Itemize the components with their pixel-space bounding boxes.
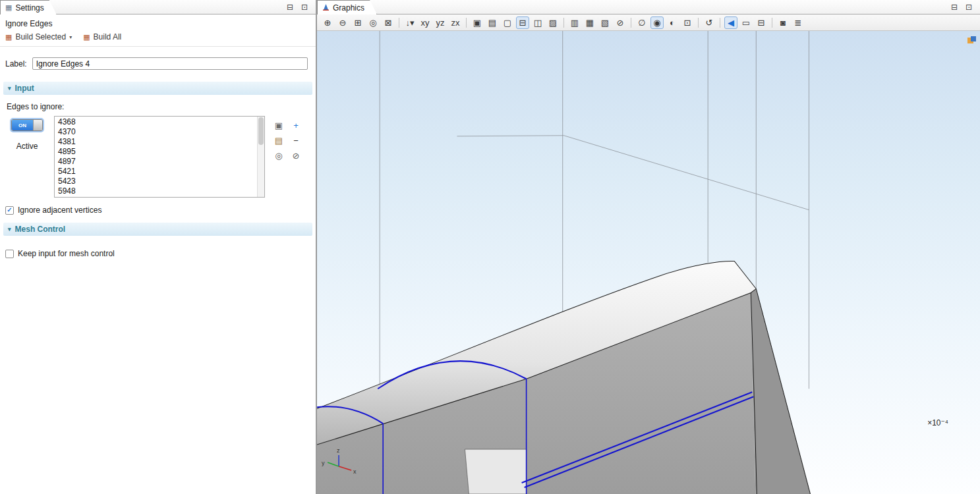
xy-view-icon[interactable]: xy bbox=[418, 16, 432, 29]
clipboard-icon[interactable]: ▥ bbox=[568, 16, 581, 29]
restore-icon[interactable]: ⊡ bbox=[966, 3, 972, 11]
yz-view-icon[interactable]: yz bbox=[434, 16, 447, 29]
zoom-out-icon[interactable]: ⊖ bbox=[336, 16, 349, 29]
3d-viewport[interactable]: z y x ×10⁻⁴ bbox=[317, 31, 980, 494]
graphics-panel: Graphics ⊟⊡ ⊕⊖⊞◎⊠↓▾xyyzzx▣▤▢⊟◫▨▥▦▧⊘∅◉◐⊡↺… bbox=[317, 0, 980, 494]
edge-item[interactable]: 4381 bbox=[55, 137, 257, 147]
input-section-title: Input bbox=[15, 84, 34, 93]
build-all-icon: ▦ bbox=[83, 34, 90, 41]
edges-list: 43684370438148954897542154235948 bbox=[55, 117, 257, 197]
hide-objects-icon[interactable]: ∅ bbox=[635, 16, 649, 29]
label-row: Label: bbox=[0, 47, 316, 76]
checkbox-unchecked-icon bbox=[5, 250, 14, 258]
transparency-icon[interactable]: ◐ bbox=[666, 16, 679, 29]
build-selected-button[interactable]: Build Selected bbox=[15, 32, 66, 41]
toolbar-separator bbox=[720, 18, 720, 28]
copy-icon[interactable]: ▣ bbox=[275, 121, 283, 130]
settings-tabstrip: ▦ Settings ⊟⊡ bbox=[0, 0, 316, 14]
axis-z-label: z bbox=[337, 447, 340, 454]
front-window-icon[interactable]: ▭ bbox=[739, 16, 753, 29]
edge-item[interactable]: 4897 bbox=[55, 157, 257, 167]
zoom-in-icon[interactable]: ⊕ bbox=[321, 16, 334, 29]
edge-item[interactable]: 4368 bbox=[55, 117, 257, 127]
model-notch-face[interactable] bbox=[465, 449, 526, 494]
keep-input-mesh-control-checkbox[interactable]: Keep input for mesh control bbox=[0, 241, 316, 261]
tab-settings[interactable]: ▦ Settings bbox=[0, 0, 57, 14]
reset-view-icon[interactable]: ↺ bbox=[703, 16, 716, 29]
edge-item[interactable]: 5423 bbox=[55, 177, 257, 186]
zoom-to-selection-icon[interactable]: ◎ bbox=[366, 16, 380, 29]
edge-item[interactable]: 4895 bbox=[55, 147, 257, 157]
model-end-face[interactable] bbox=[751, 288, 810, 494]
edges-input-body: ON Active 436843704381489548975421542359… bbox=[0, 116, 316, 198]
axis-y-label: y bbox=[322, 460, 325, 466]
toolbar-separator bbox=[563, 18, 564, 28]
toolbar-separator bbox=[466, 18, 467, 28]
split-horizontal-icon[interactable]: ⊟ bbox=[516, 16, 529, 29]
speaker-icon[interactable]: ◀ bbox=[724, 16, 737, 29]
toolbar-separator bbox=[772, 18, 772, 28]
edges-caption: Edges to ignore: bbox=[0, 100, 316, 116]
active-column: ON Active bbox=[5, 116, 49, 198]
listbox-scrollbar[interactable] bbox=[257, 117, 264, 197]
select-box-icon[interactable]: ▧ bbox=[598, 16, 612, 29]
mesh-control-section-title: Mesh Control bbox=[15, 225, 66, 234]
toggle-on-label: ON bbox=[12, 120, 33, 130]
edge-list-actions: ▣+▤−◎⊘ bbox=[270, 116, 304, 198]
input-section-header[interactable]: ▾ Input bbox=[3, 82, 312, 95]
toolbar-separator bbox=[698, 18, 699, 28]
single-window-icon[interactable]: ▢ bbox=[501, 16, 514, 29]
build-all-button[interactable]: Build All bbox=[94, 32, 122, 41]
back-window-icon[interactable]: ⊟ bbox=[755, 16, 768, 29]
scale-exponent-label: ×10⁻⁴ bbox=[927, 418, 948, 427]
axis-x-label: x bbox=[353, 468, 357, 475]
stack-windows-icon[interactable]: ▤ bbox=[486, 16, 499, 29]
build-selected-icon: ▦ bbox=[5, 34, 12, 41]
go-to-default-view-icon[interactable]: ↓▾ bbox=[403, 16, 417, 29]
collapse-icon: ▾ bbox=[8, 226, 11, 233]
zx-view-icon[interactable]: zx bbox=[449, 16, 462, 29]
settings-window-buttons: ⊟⊡ bbox=[279, 3, 316, 11]
remove-icon[interactable]: − bbox=[293, 136, 299, 145]
paste-icon[interactable]: ▤ bbox=[275, 136, 283, 145]
label-input[interactable] bbox=[32, 57, 308, 70]
graphics-window-buttons: ⊟⊡ bbox=[943, 3, 980, 11]
printer-icon[interactable]: ≣ bbox=[792, 16, 805, 29]
label-caption: Label: bbox=[5, 59, 27, 69]
edge-item[interactable]: 5421 bbox=[55, 167, 257, 177]
scrollbar-thumb[interactable] bbox=[258, 117, 264, 145]
add-icon[interactable]: + bbox=[293, 121, 299, 130]
zoom-box-icon[interactable]: ⊞ bbox=[351, 16, 364, 29]
active-caption: Active bbox=[16, 142, 38, 151]
zoom-to-selection-icon[interactable]: ◎ bbox=[275, 151, 282, 160]
edge-item[interactable]: 4370 bbox=[55, 127, 257, 137]
collapse-icon: ▾ bbox=[8, 85, 11, 92]
eye-icon[interactable]: ◉ bbox=[650, 16, 664, 29]
zoom-extents-icon[interactable]: ⊠ bbox=[382, 16, 395, 29]
scene-3d: z y x bbox=[317, 31, 980, 494]
edges-listbox[interactable]: 43684370438148954897542154235948 bbox=[54, 116, 265, 198]
edge-item[interactable]: 5948 bbox=[55, 186, 257, 196]
settings-tab-icon: ▦ bbox=[5, 4, 12, 11]
camera-icon[interactable]: ◙ bbox=[776, 16, 790, 29]
split-vertical-icon[interactable]: ◫ bbox=[531, 16, 544, 29]
clear-selection-icon[interactable]: ⊘ bbox=[293, 151, 300, 160]
minimize-icon[interactable]: ⊟ bbox=[287, 3, 293, 11]
graphics-context-icon[interactable] bbox=[967, 36, 976, 43]
toolbar-separator bbox=[631, 18, 631, 28]
mesh-control-section-header[interactable]: ▾ Mesh Control bbox=[3, 223, 312, 236]
build-toolbar: ▦ Build Selected ▾ ▦ Build All bbox=[0, 30, 316, 47]
build-selected-dropdown-icon[interactable]: ▾ bbox=[69, 34, 72, 40]
ignore-adjacent-vertices-checkbox[interactable]: ✓ Ignore adjacent vertices bbox=[0, 198, 316, 217]
restore-icon[interactable]: ⊡ bbox=[301, 3, 308, 11]
toolbar-separator bbox=[399, 18, 399, 28]
wireframe-icon[interactable]: ⊡ bbox=[681, 16, 694, 29]
close-window-icon[interactable]: ▨ bbox=[546, 16, 560, 29]
active-toggle[interactable]: ON bbox=[11, 119, 43, 131]
deselect-icon[interactable]: ⊘ bbox=[614, 16, 627, 29]
tab-graphics[interactable]: Graphics bbox=[317, 0, 377, 14]
clipboard-settings-icon[interactable]: ▦ bbox=[583, 16, 596, 29]
tab-graphics-label: Graphics bbox=[333, 3, 364, 13]
minimize-icon[interactable]: ⊟ bbox=[951, 3, 958, 11]
copy-window-icon[interactable]: ▣ bbox=[471, 16, 484, 29]
